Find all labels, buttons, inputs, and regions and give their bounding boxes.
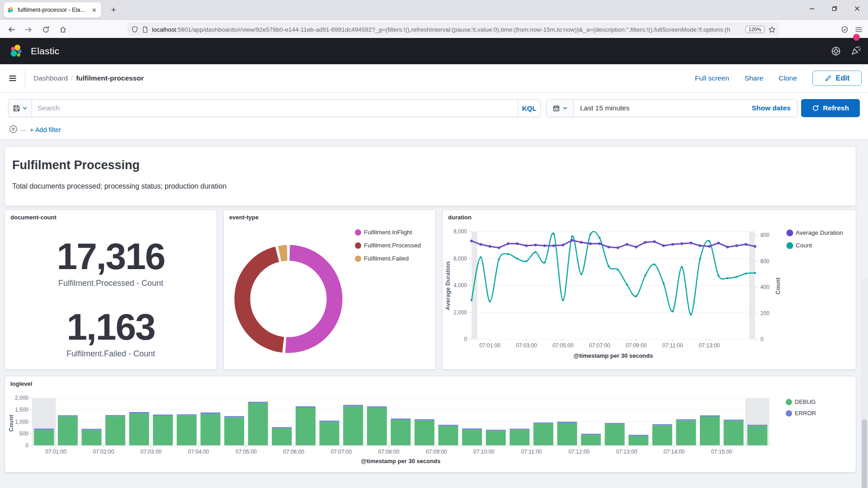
- bar-error[interactable]: [367, 406, 387, 407]
- series-point-avg-duration[interactable]: [662, 244, 665, 247]
- series-point-avg-duration[interactable]: [607, 246, 610, 248]
- bar-error[interactable]: [248, 402, 268, 403]
- bar-error[interactable]: [747, 425, 767, 426]
- bar-error[interactable]: [439, 425, 458, 426]
- full-screen-button[interactable]: Full screen: [695, 74, 729, 82]
- series-point-avg-duration[interactable]: [507, 242, 509, 245]
- series-point-count[interactable]: [736, 276, 738, 278]
- bar-debug[interactable]: [272, 428, 292, 445]
- series-point-avg-duration[interactable]: [671, 243, 674, 246]
- series-point-avg-duration[interactable]: [543, 244, 546, 247]
- scrollbar-track[interactable]: [861, 278, 868, 488]
- panel-title-loglevel[interactable]: loglevel: [5, 376, 856, 387]
- series-line-avg-duration[interactable]: [472, 240, 755, 247]
- bar-debug[interactable]: [105, 416, 125, 445]
- bar-debug[interactable]: [533, 424, 553, 445]
- bar-debug[interactable]: [509, 430, 529, 445]
- bar-debug[interactable]: [224, 417, 244, 446]
- series-point-count[interactable]: [745, 273, 747, 275]
- bar-error[interactable]: [557, 422, 577, 423]
- bar-error[interactable]: [676, 419, 696, 421]
- series-point-avg-duration[interactable]: [617, 246, 619, 249]
- url-bar[interactable]: localhost:5601/app/dashboards#/view/92e5…: [127, 23, 779, 36]
- series-point-count[interactable]: [754, 272, 756, 274]
- series-point-count[interactable]: [498, 258, 500, 261]
- bar-error[interactable]: [700, 415, 720, 417]
- breadcrumb-dashboard[interactable]: Dashboard: [33, 74, 68, 82]
- series-point-count[interactable]: [544, 261, 546, 264]
- series-point-count[interactable]: [635, 295, 637, 298]
- series-point-avg-duration[interactable]: [680, 242, 683, 245]
- edit-button[interactable]: Edit: [812, 71, 862, 86]
- series-point-avg-duration[interactable]: [726, 246, 729, 248]
- series-point-count[interactable]: [489, 300, 491, 303]
- bar-debug[interactable]: [58, 417, 78, 445]
- series-point-avg-duration[interactable]: [516, 242, 519, 245]
- bar-debug[interactable]: [320, 422, 340, 446]
- series-point-avg-duration[interactable]: [635, 246, 637, 248]
- bar-error[interactable]: [272, 427, 292, 428]
- series-point-count[interactable]: [626, 284, 628, 286]
- series-point-avg-duration[interactable]: [736, 244, 738, 247]
- series-point-avg-duration[interactable]: [571, 239, 574, 242]
- series-point-avg-duration[interactable]: [626, 243, 628, 246]
- series-point-avg-duration[interactable]: [525, 244, 528, 247]
- bar-debug[interactable]: [177, 416, 197, 445]
- bar-debug[interactable]: [581, 435, 601, 445]
- bar-error[interactable]: [34, 429, 54, 430]
- bar-debug[interactable]: [296, 407, 316, 445]
- series-point-count[interactable]: [726, 277, 729, 280]
- bar-debug[interactable]: [462, 430, 482, 445]
- bar-error[interactable]: [320, 421, 340, 422]
- series-point-avg-duration[interactable]: [561, 244, 564, 246]
- bar-error[interactable]: [82, 429, 102, 430]
- series-point-count[interactable]: [617, 269, 619, 271]
- series-point-count[interactable]: [681, 266, 683, 268]
- series-point-avg-duration[interactable]: [754, 245, 756, 248]
- bar-debug[interactable]: [700, 417, 720, 445]
- time-range-value[interactable]: Last 15 minutes: [574, 104, 752, 112]
- series-point-count[interactable]: [608, 265, 610, 268]
- series-point-count[interactable]: [672, 310, 674, 313]
- bar-debug[interactable]: [391, 420, 410, 445]
- series-point-count[interactable]: [525, 260, 528, 262]
- window-restore-button[interactable]: [826, 2, 843, 15]
- zoom-level-badge[interactable]: 120%: [745, 26, 764, 33]
- add-filter-button[interactable]: + Add filter: [30, 126, 61, 133]
- tracking-shield-icon[interactable]: [131, 26, 138, 33]
- panel-title-event-type[interactable]: event-type: [224, 210, 435, 221]
- forward-button[interactable]: [22, 23, 35, 36]
- news-button[interactable]: [851, 45, 862, 57]
- search-input[interactable]: [32, 99, 518, 117]
- bar-error[interactable]: [129, 412, 149, 413]
- series-point-avg-duration[interactable]: [699, 244, 702, 247]
- bar-error[interactable]: [296, 406, 316, 407]
- series-point-count[interactable]: [571, 236, 573, 238]
- bar-error[interactable]: [201, 412, 221, 414]
- bar-error[interactable]: [153, 415, 173, 416]
- back-button[interactable]: [5, 23, 18, 36]
- series-point-count[interactable]: [534, 251, 537, 253]
- series-point-count[interactable]: [553, 233, 555, 235]
- bar-error[interactable]: [509, 429, 529, 430]
- bar-debug[interactable]: [557, 423, 577, 445]
- bar-debug[interactable]: [439, 426, 458, 445]
- bar-debug[interactable]: [652, 425, 672, 445]
- bar-debug[interactable]: [628, 436, 648, 445]
- series-point-avg-duration[interactable]: [708, 245, 711, 248]
- bar-debug[interactable]: [248, 403, 268, 445]
- new-tab-button[interactable]: +: [108, 4, 119, 16]
- bar-error[interactable]: [605, 423, 625, 424]
- bar-debug[interactable]: [724, 421, 744, 445]
- bar-error[interactable]: [581, 434, 601, 435]
- help-lifering-icon[interactable]: [831, 46, 841, 56]
- bar-debug[interactable]: [153, 416, 173, 445]
- bar-debug[interactable]: [201, 414, 221, 445]
- series-point-count[interactable]: [653, 263, 656, 265]
- panel-title-document-count[interactable]: document-count: [5, 210, 217, 221]
- refresh-button[interactable]: Refresh: [801, 99, 860, 117]
- series-point-count[interactable]: [516, 258, 519, 260]
- bookmark-star-icon[interactable]: [768, 26, 776, 33]
- show-dates-button[interactable]: Show dates: [752, 104, 797, 112]
- scrollbar-thumb[interactable]: [862, 419, 867, 488]
